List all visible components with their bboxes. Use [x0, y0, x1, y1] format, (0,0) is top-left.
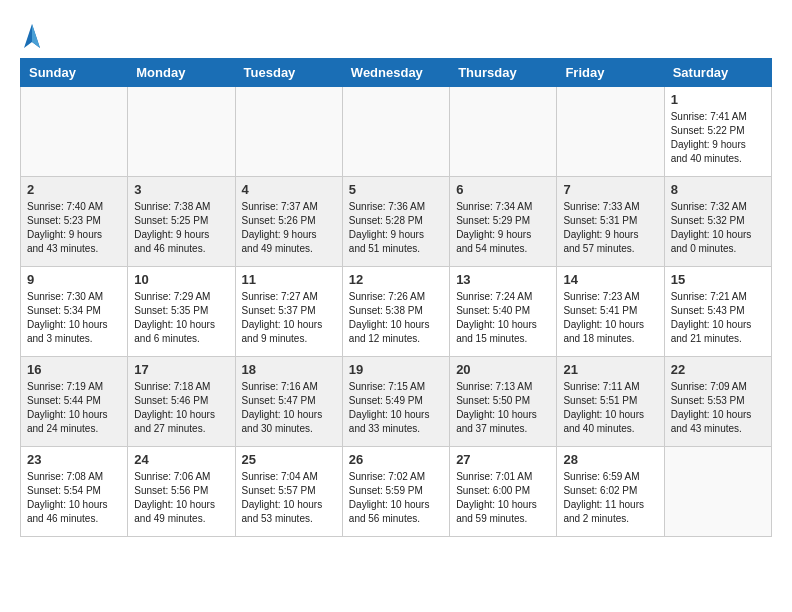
day-number: 23 — [27, 452, 121, 467]
calendar-day-cell: 13Sunrise: 7:24 AM Sunset: 5:40 PM Dayli… — [450, 267, 557, 357]
calendar-day-cell: 10Sunrise: 7:29 AM Sunset: 5:35 PM Dayli… — [128, 267, 235, 357]
calendar-week-row: 1Sunrise: 7:41 AM Sunset: 5:22 PM Daylig… — [21, 87, 772, 177]
calendar-day-cell: 24Sunrise: 7:06 AM Sunset: 5:56 PM Dayli… — [128, 447, 235, 537]
calendar-day-cell: 7Sunrise: 7:33 AM Sunset: 5:31 PM Daylig… — [557, 177, 664, 267]
calendar-day-cell: 16Sunrise: 7:19 AM Sunset: 5:44 PM Dayli… — [21, 357, 128, 447]
day-number: 9 — [27, 272, 121, 287]
day-number: 25 — [242, 452, 336, 467]
weekday-header: Wednesday — [342, 59, 449, 87]
calendar-day-cell: 5Sunrise: 7:36 AM Sunset: 5:28 PM Daylig… — [342, 177, 449, 267]
day-number: 10 — [134, 272, 228, 287]
day-info: Sunrise: 6:59 AM Sunset: 6:02 PM Dayligh… — [563, 470, 657, 526]
day-number: 12 — [349, 272, 443, 287]
calendar-week-row: 23Sunrise: 7:08 AM Sunset: 5:54 PM Dayli… — [21, 447, 772, 537]
calendar-day-cell: 19Sunrise: 7:15 AM Sunset: 5:49 PM Dayli… — [342, 357, 449, 447]
calendar-day-cell: 25Sunrise: 7:04 AM Sunset: 5:57 PM Dayli… — [235, 447, 342, 537]
logo — [20, 20, 42, 48]
calendar-day-cell: 6Sunrise: 7:34 AM Sunset: 5:29 PM Daylig… — [450, 177, 557, 267]
calendar-day-cell — [128, 87, 235, 177]
day-info: Sunrise: 7:06 AM Sunset: 5:56 PM Dayligh… — [134, 470, 228, 526]
day-info: Sunrise: 7:37 AM Sunset: 5:26 PM Dayligh… — [242, 200, 336, 256]
calendar-day-cell: 4Sunrise: 7:37 AM Sunset: 5:26 PM Daylig… — [235, 177, 342, 267]
calendar-day-cell: 18Sunrise: 7:16 AM Sunset: 5:47 PM Dayli… — [235, 357, 342, 447]
day-number: 3 — [134, 182, 228, 197]
calendar-day-cell — [21, 87, 128, 177]
day-info: Sunrise: 7:40 AM Sunset: 5:23 PM Dayligh… — [27, 200, 121, 256]
day-info: Sunrise: 7:19 AM Sunset: 5:44 PM Dayligh… — [27, 380, 121, 436]
calendar-day-cell — [664, 447, 771, 537]
calendar-day-cell: 12Sunrise: 7:26 AM Sunset: 5:38 PM Dayli… — [342, 267, 449, 357]
calendar-day-cell: 23Sunrise: 7:08 AM Sunset: 5:54 PM Dayli… — [21, 447, 128, 537]
day-number: 26 — [349, 452, 443, 467]
day-number: 28 — [563, 452, 657, 467]
day-number: 13 — [456, 272, 550, 287]
day-number: 24 — [134, 452, 228, 467]
calendar-day-cell: 11Sunrise: 7:27 AM Sunset: 5:37 PM Dayli… — [235, 267, 342, 357]
calendar-day-cell: 26Sunrise: 7:02 AM Sunset: 5:59 PM Dayli… — [342, 447, 449, 537]
day-number: 15 — [671, 272, 765, 287]
day-info: Sunrise: 7:21 AM Sunset: 5:43 PM Dayligh… — [671, 290, 765, 346]
weekday-header: Tuesday — [235, 59, 342, 87]
day-info: Sunrise: 7:38 AM Sunset: 5:25 PM Dayligh… — [134, 200, 228, 256]
day-info: Sunrise: 7:01 AM Sunset: 6:00 PM Dayligh… — [456, 470, 550, 526]
calendar-day-cell — [342, 87, 449, 177]
day-number: 6 — [456, 182, 550, 197]
day-number: 5 — [349, 182, 443, 197]
page-header — [20, 20, 772, 48]
day-info: Sunrise: 7:08 AM Sunset: 5:54 PM Dayligh… — [27, 470, 121, 526]
weekday-header: Thursday — [450, 59, 557, 87]
calendar-day-cell: 9Sunrise: 7:30 AM Sunset: 5:34 PM Daylig… — [21, 267, 128, 357]
day-number: 4 — [242, 182, 336, 197]
calendar-table: SundayMondayTuesdayWednesdayThursdayFrid… — [20, 58, 772, 537]
calendar-day-cell: 2Sunrise: 7:40 AM Sunset: 5:23 PM Daylig… — [21, 177, 128, 267]
day-info: Sunrise: 7:04 AM Sunset: 5:57 PM Dayligh… — [242, 470, 336, 526]
day-number: 14 — [563, 272, 657, 287]
calendar-week-row: 2Sunrise: 7:40 AM Sunset: 5:23 PM Daylig… — [21, 177, 772, 267]
calendar-day-cell: 20Sunrise: 7:13 AM Sunset: 5:50 PM Dayli… — [450, 357, 557, 447]
calendar-day-cell: 28Sunrise: 6:59 AM Sunset: 6:02 PM Dayli… — [557, 447, 664, 537]
day-number: 2 — [27, 182, 121, 197]
day-info: Sunrise: 7:16 AM Sunset: 5:47 PM Dayligh… — [242, 380, 336, 436]
day-number: 7 — [563, 182, 657, 197]
day-number: 17 — [134, 362, 228, 377]
logo-icon — [22, 20, 42, 48]
day-number: 20 — [456, 362, 550, 377]
day-info: Sunrise: 7:33 AM Sunset: 5:31 PM Dayligh… — [563, 200, 657, 256]
day-info: Sunrise: 7:32 AM Sunset: 5:32 PM Dayligh… — [671, 200, 765, 256]
day-info: Sunrise: 7:24 AM Sunset: 5:40 PM Dayligh… — [456, 290, 550, 346]
calendar-header-row: SundayMondayTuesdayWednesdayThursdayFrid… — [21, 59, 772, 87]
day-number: 19 — [349, 362, 443, 377]
weekday-header: Friday — [557, 59, 664, 87]
calendar-day-cell: 21Sunrise: 7:11 AM Sunset: 5:51 PM Dayli… — [557, 357, 664, 447]
day-number: 16 — [27, 362, 121, 377]
day-number: 11 — [242, 272, 336, 287]
day-info: Sunrise: 7:23 AM Sunset: 5:41 PM Dayligh… — [563, 290, 657, 346]
day-info: Sunrise: 7:27 AM Sunset: 5:37 PM Dayligh… — [242, 290, 336, 346]
weekday-header: Monday — [128, 59, 235, 87]
weekday-header: Sunday — [21, 59, 128, 87]
day-info: Sunrise: 7:11 AM Sunset: 5:51 PM Dayligh… — [563, 380, 657, 436]
calendar-day-cell: 17Sunrise: 7:18 AM Sunset: 5:46 PM Dayli… — [128, 357, 235, 447]
day-info: Sunrise: 7:36 AM Sunset: 5:28 PM Dayligh… — [349, 200, 443, 256]
day-info: Sunrise: 7:15 AM Sunset: 5:49 PM Dayligh… — [349, 380, 443, 436]
calendar-day-cell: 14Sunrise: 7:23 AM Sunset: 5:41 PM Dayli… — [557, 267, 664, 357]
day-info: Sunrise: 7:41 AM Sunset: 5:22 PM Dayligh… — [671, 110, 765, 166]
calendar-week-row: 9Sunrise: 7:30 AM Sunset: 5:34 PM Daylig… — [21, 267, 772, 357]
day-number: 27 — [456, 452, 550, 467]
calendar-day-cell — [235, 87, 342, 177]
day-number: 22 — [671, 362, 765, 377]
svg-marker-1 — [32, 24, 40, 48]
day-info: Sunrise: 7:34 AM Sunset: 5:29 PM Dayligh… — [456, 200, 550, 256]
day-number: 21 — [563, 362, 657, 377]
weekday-header: Saturday — [664, 59, 771, 87]
day-number: 18 — [242, 362, 336, 377]
calendar-day-cell: 8Sunrise: 7:32 AM Sunset: 5:32 PM Daylig… — [664, 177, 771, 267]
day-info: Sunrise: 7:13 AM Sunset: 5:50 PM Dayligh… — [456, 380, 550, 436]
calendar-week-row: 16Sunrise: 7:19 AM Sunset: 5:44 PM Dayli… — [21, 357, 772, 447]
calendar-day-cell: 1Sunrise: 7:41 AM Sunset: 5:22 PM Daylig… — [664, 87, 771, 177]
calendar-day-cell: 22Sunrise: 7:09 AM Sunset: 5:53 PM Dayli… — [664, 357, 771, 447]
day-info: Sunrise: 7:02 AM Sunset: 5:59 PM Dayligh… — [349, 470, 443, 526]
calendar-day-cell — [557, 87, 664, 177]
day-number: 1 — [671, 92, 765, 107]
day-info: Sunrise: 7:29 AM Sunset: 5:35 PM Dayligh… — [134, 290, 228, 346]
